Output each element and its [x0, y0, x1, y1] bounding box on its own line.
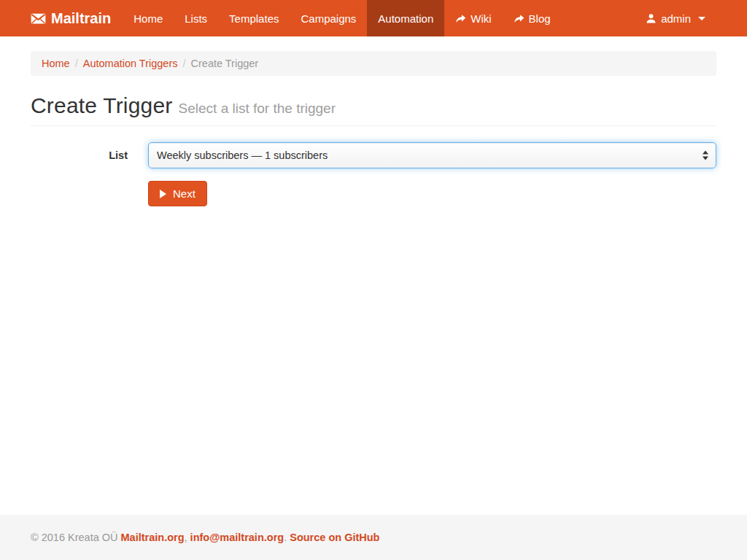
share-arrow-icon — [514, 13, 525, 24]
footer-link-email[interactable]: info@mailtrain.org — [190, 532, 285, 543]
main-content: Home / Automation Triggers / Create Trig… — [20, 36, 727, 515]
nav-item-label: Home — [133, 12, 163, 25]
breadcrumb-separator: / — [70, 58, 83, 69]
list-form-row: List Weekly subscribers — 1 subscribers — [31, 142, 716, 168]
page: Mailtrain Home Lists Templates Campaigns… — [0, 0, 747, 560]
list-select-value: Weekly subscribers — 1 subscribers — [157, 149, 328, 161]
footer: © 2016 Kreata OÜ Mailtrain.org, info@mai… — [0, 515, 747, 560]
nav-item-label: Lists — [185, 12, 207, 25]
page-title: Create Trigger — [31, 93, 173, 117]
user-menu[interactable]: admin — [635, 0, 716, 36]
breadcrumb-separator: / — [177, 58, 190, 69]
nav-item-label: Blog — [529, 12, 551, 25]
footer-separator: . — [284, 532, 290, 543]
share-arrow-icon — [455, 13, 466, 24]
nav-item-campaigns[interactable]: Campaigns — [290, 0, 367, 36]
nav-item-label: Automation — [378, 12, 433, 25]
select-arrows-icon — [703, 151, 708, 160]
page-subtitle: Select a list for the trigger — [179, 101, 336, 116]
chevron-down-icon — [698, 17, 705, 20]
footer-link-github[interactable]: Source on GitHub — [290, 532, 379, 543]
nav-item-label: Templates — [229, 12, 279, 25]
top-navbar: Mailtrain Home Lists Templates Campaigns… — [0, 0, 747, 36]
footer-separator: , — [185, 532, 190, 543]
nav-item-label: Wiki — [471, 12, 491, 25]
brand-link[interactable]: Mailtrain — [31, 0, 123, 36]
breadcrumb-current: Create Trigger — [191, 58, 259, 69]
envelope-icon — [31, 11, 46, 26]
nav-item-home[interactable]: Home — [123, 0, 174, 36]
page-header: Create TriggerSelect a list for the trig… — [31, 93, 716, 126]
breadcrumb: Home / Automation Triggers / Create Trig… — [31, 51, 716, 76]
breadcrumb-home[interactable]: Home — [42, 58, 70, 69]
nav-item-templates[interactable]: Templates — [218, 0, 290, 36]
footer-copyright: © 2016 Kreata OÜ — [31, 532, 121, 543]
breadcrumb-automation-triggers[interactable]: Automation Triggers — [83, 58, 178, 69]
list-label: List — [31, 149, 148, 161]
nav-item-automation[interactable]: Automation — [367, 0, 444, 36]
nav-item-lists[interactable]: Lists — [174, 0, 218, 36]
nav-item-wiki[interactable]: Wiki — [444, 0, 502, 36]
next-button[interactable]: Next — [148, 181, 207, 206]
user-icon — [646, 13, 657, 24]
form-actions: Next — [148, 181, 716, 206]
next-button-label: Next — [173, 187, 196, 200]
footer-link-mailtrain[interactable]: Mailtrain.org — [121, 532, 185, 543]
user-label: admin — [661, 12, 691, 25]
brand-label: Mailtrain — [51, 10, 111, 27]
list-select[interactable]: Weekly subscribers — 1 subscribers — [148, 142, 716, 168]
play-icon — [160, 190, 166, 198]
nav-items: Home Lists Templates Campaigns Automatio… — [123, 0, 561, 36]
nav-item-blog[interactable]: Blog — [503, 0, 562, 36]
nav-item-label: Campaigns — [301, 12, 356, 25]
